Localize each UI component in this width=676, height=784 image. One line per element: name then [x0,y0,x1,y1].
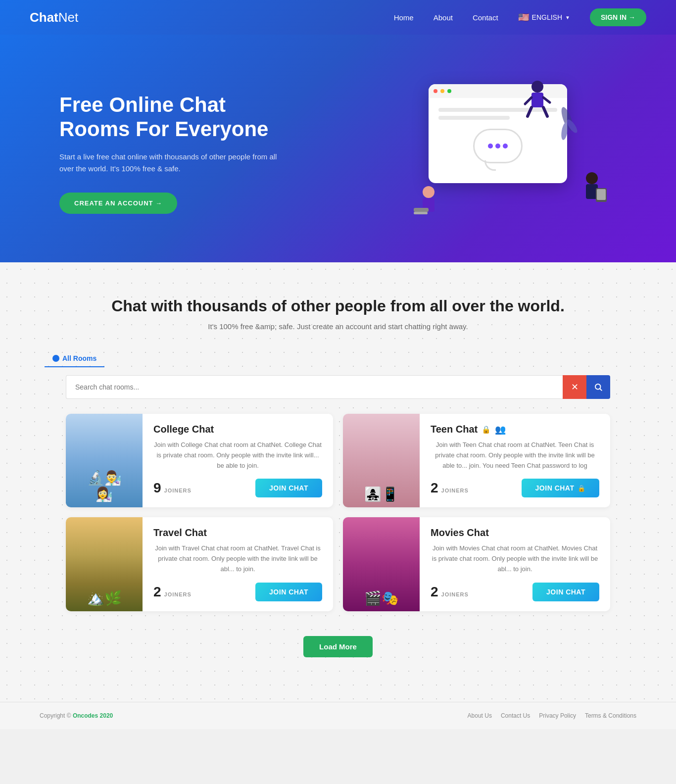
room-footer-movies: 2 JOINERS JOIN CHAT [431,583,599,601]
caret-down-icon: ▼ [565,15,570,20]
room-joiners-num-teen: 2 [431,480,438,496]
search-clear-button[interactable]: ✕ [563,375,586,399]
room-joiners-num-movies: 2 [431,584,438,600]
logo-chat: Chat [30,10,58,25]
room-image-teen [343,414,420,507]
hero-illustration [409,74,617,233]
signin-button[interactable]: SIGN IN → [590,8,646,26]
svg-line-5 [543,98,550,102]
room-body-movies: Movies Chat Join with Movies Chat chat r… [420,517,610,611]
load-more-button[interactable]: Load More [303,636,373,657]
room-card-teen: Teen Chat 🔒 👥 Join with Teen Chat chat r… [343,414,610,507]
join-chat-button-movies[interactable]: JOIN CHAT [532,583,599,601]
room-desc-travel: Join with Travel Chat chat room at ChatN… [153,543,322,574]
room-joiners-label-travel: JOINERS [164,591,192,597]
room-joiners-teen: 2 JOINERS [431,480,469,496]
room-image-movies [343,517,420,611]
search-bar: ✕ [66,375,610,399]
room-footer-college: 9 JOINERS JOIN CHAT [153,479,322,497]
load-more-wrap: Load More [40,626,636,677]
svg-line-3 [543,107,547,116]
flag-icon: 🇺🇸 [518,12,529,23]
room-desc-teen: Join with Teen Chat chat room at ChatNet… [431,440,599,471]
svg-rect-1 [531,93,543,107]
room-image-travel [66,517,143,611]
footer-link[interactable]: Contact Us [501,712,530,719]
footer: Copyright © Oncodes 2020 About UsContact… [0,702,676,729]
room-name-teen: Teen Chat 🔒 👥 [431,424,599,435]
tab-all-rooms[interactable]: All Rooms [45,350,104,367]
navbar: ChatNet Home About Contact 🇺🇸 ENGLISH ▼ … [0,0,676,35]
nav-contact-link[interactable]: Contact [473,13,498,22]
tab-all-rooms-label: All Rooms [62,354,97,362]
svg-point-0 [531,81,543,93]
room-card-travel: Travel Chat Join with Travel Chat chat r… [66,517,333,611]
nav-home-link[interactable]: Home [394,13,414,22]
room-body-college: College Chat Join with College Chat chat… [143,414,333,507]
join-chat-button-travel[interactable]: JOIN CHAT [255,583,322,601]
room-body-travel: Travel Chat Join with Travel Chat chat r… [143,517,333,611]
join-chat-button-teen[interactable]: JOIN CHAT 🔒 [522,479,599,497]
footer-copyright: Copyright © Oncodes 2020 [40,712,113,719]
room-joiners-label-movies: JOINERS [441,591,469,597]
main-section: Chat with thousands of other people from… [0,262,676,702]
lock-icon: 🔒 [482,425,491,434]
room-name-movies: Movies Chat [431,527,599,539]
svg-rect-9 [414,212,428,214]
search-go-button[interactable] [586,375,610,399]
svg-line-2 [528,107,531,116]
rooms-grid: College Chat Join with College Chat chat… [66,414,610,611]
room-joiners-num-college: 9 [153,480,161,496]
illustration-svg [409,74,617,233]
section-subtitle: It's 100% free &amp; safe. Just create a… [40,322,636,331]
room-joiners-movies: 2 JOINERS [431,584,469,600]
room-joiners-college: 9 JOINERS [153,480,192,496]
room-footer-teen: 2 JOINERS JOIN CHAT 🔒 [431,479,599,497]
room-joiners-label-teen: JOINERS [441,488,469,493]
search-input[interactable] [66,375,563,399]
footer-links: About UsContact UsPrivacy PolicyTerms & … [468,712,636,719]
room-footer-travel: 2 JOINERS JOIN CHAT [153,583,322,601]
room-card-movies: Movies Chat Join with Movies Chat chat r… [343,517,610,611]
footer-link[interactable]: About Us [468,712,492,719]
room-body-teen: Teen Chat 🔒 👥 Join with Teen Chat chat r… [420,414,610,507]
create-account-button[interactable]: CREATE AN ACCOUNT → [59,193,177,214]
svg-line-18 [600,389,601,390]
footer-link[interactable]: Privacy Policy [539,712,576,719]
section-title: Chat with thousands of other people from… [40,297,636,315]
room-name-college: College Chat [153,424,322,435]
tab-dot-icon [52,355,59,362]
svg-rect-8 [414,208,429,212]
join-chat-button-college[interactable]: JOIN CHAT [255,479,322,497]
logo[interactable]: ChatNet [30,10,78,25]
search-icon [594,383,603,392]
join-lock-icon: 🔒 [578,485,586,492]
footer-link[interactable]: Terms & Conditions [585,712,636,719]
hero-subtitle: Start a live free chat online with thous… [59,151,282,175]
nav-about-link[interactable]: About [434,13,453,22]
room-name-travel: Travel Chat [153,527,322,539]
svg-point-10 [586,172,598,184]
nav-links: Home About Contact 🇺🇸 ENGLISH ▼ SIGN IN … [394,8,646,26]
people-icon: 👥 [495,424,506,435]
room-desc-movies: Join with Movies Chat chat room at ChatN… [431,543,599,574]
hero-content: Free Online Chat Rooms For Everyone Star… [59,93,282,214]
room-image-college [66,414,143,507]
footer-brand-link[interactable]: Oncodes 2020 [73,712,113,719]
tabs-bar: All Rooms [40,350,636,367]
room-card-college: College Chat Join with College Chat chat… [66,414,333,507]
logo-net: Net [58,10,78,25]
hero-section: Free Online Chat Rooms For Everyone Star… [0,35,676,262]
room-desc-college: Join with College Chat chat room at Chat… [153,440,322,471]
svg-rect-13 [597,189,606,200]
nav-lang-label: ENGLISH [532,13,562,21]
nav-language-selector[interactable]: 🇺🇸 ENGLISH ▼ [518,12,570,23]
room-joiners-label-college: JOINERS [164,488,192,493]
hero-title: Free Online Chat Rooms For Everyone [59,93,282,141]
room-joiners-travel: 2 JOINERS [153,584,192,600]
svg-line-4 [525,98,531,104]
svg-point-6 [423,186,435,198]
room-joiners-num-travel: 2 [153,584,161,600]
